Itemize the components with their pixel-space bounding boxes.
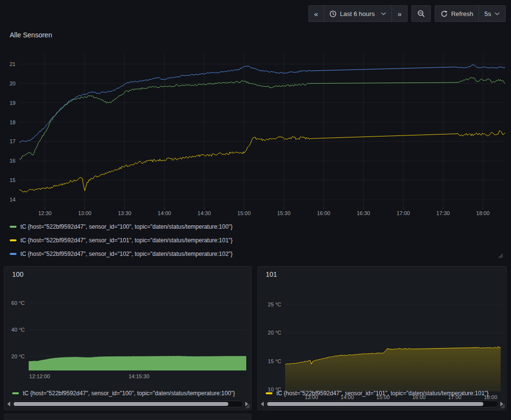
svg-text:14:15:30: 14:15:30: [129, 373, 150, 379]
all-sensors-chart[interactable]: 141516171819202112:3013:0013:3014:0014:3…: [0, 45, 511, 218]
horizontal-scrollbar: [7, 401, 248, 407]
svg-text:21: 21: [10, 61, 16, 67]
scrollbar-thumb[interactable]: [14, 402, 228, 406]
panel-alle-sensoren: Alle Sensoren 141516171819202112:3013:00…: [0, 27, 511, 261]
svg-text:16:00: 16:00: [317, 210, 330, 216]
panel-title-102[interactable]: 102: [12, 418, 23, 420]
legend-label: tC {host="522bf9592d47", sensor_id="102"…: [20, 251, 233, 257]
svg-text:12:12:00: 12:12:00: [29, 373, 50, 379]
legend-label: tC {host="522bf9592d47", sensor_id="101"…: [20, 237, 233, 244]
legend-item-sensor-101[interactable]: tC {host="522bf9592d47", sensor_id="101"…: [266, 389, 503, 397]
time-range-label: Last 6 hours: [340, 10, 375, 17]
zoom-out-button[interactable]: [412, 6, 430, 21]
sensor-101-chart[interactable]: 25 °C20 °C15 °C10 °C13:0014:0015:0016:00…: [258, 281, 506, 403]
svg-text:20: 20: [10, 81, 16, 86]
zoom-out-icon: [417, 10, 425, 17]
svg-text:12:30: 12:30: [38, 210, 52, 216]
legend-color-swatch-blue: [10, 253, 17, 255]
panel-title-alle-sensoren[interactable]: Alle Sensoren: [10, 31, 52, 39]
legend-item-sensor-100[interactable]: tC {host="522bf9592d47", sensor_id="100"…: [12, 389, 248, 397]
legend-label: tC {host="522bf9592d47", sensor_id="100"…: [20, 223, 233, 230]
svg-text:18: 18: [10, 119, 16, 125]
svg-text:16:30: 16:30: [357, 210, 370, 216]
svg-text:15:30: 15:30: [277, 210, 290, 216]
refresh-group: Refresh 5s: [435, 5, 506, 22]
sensor-100-chart[interactable]: 20 °C40 °C60 °C12:12:0014:15:30: [4, 281, 251, 390]
refresh-button[interactable]: Refresh: [435, 6, 479, 21]
legend-item-sensor-102[interactable]: tC {host="522bf9592d47", sensor_id="102"…: [10, 247, 233, 261]
legend-label: tC {host="522bf9592d47", sensor_id="100"…: [23, 390, 235, 397]
panel-100: 100 20 °C40 °C60 °C12:12:0014:15:30 tC {…: [4, 266, 252, 410]
svg-text:13:30: 13:30: [118, 210, 132, 216]
svg-text:13:00: 13:00: [78, 210, 92, 216]
legend-color-swatch-green: [12, 392, 19, 394]
svg-text:20 °C: 20 °C: [268, 330, 281, 336]
sensor-101-legend: tC {host="522bf9592d47", sensor_id="101"…: [266, 389, 503, 397]
svg-text:18:00: 18:00: [476, 210, 490, 216]
time-picker-group: « Last 6 hours »: [308, 5, 408, 22]
legend-item-sensor-101[interactable]: tC {host="522bf9592d47", sensor_id="101"…: [10, 234, 233, 247]
double-chevron-right-icon: »: [397, 10, 401, 17]
time-range-button[interactable]: Last 6 hours: [324, 6, 392, 21]
svg-text:19: 19: [10, 100, 16, 106]
time-shift-back-button[interactable]: «: [309, 6, 324, 21]
svg-text:40 °C: 40 °C: [11, 327, 25, 333]
scroll-left-arrow-icon[interactable]: [7, 402, 10, 406]
legend-label: tC {host="522bf9592d47", sensor_id="101"…: [276, 390, 489, 397]
scrollbar-track[interactable]: [12, 401, 243, 407]
double-chevron-left-icon: «: [314, 10, 318, 17]
scrollbar-track[interactable]: [266, 401, 498, 407]
panel-resize-handle[interactable]: [499, 403, 505, 409]
svg-text:14:30: 14:30: [198, 210, 211, 216]
svg-text:17:30: 17:30: [436, 210, 450, 216]
legend-color-swatch-yellow: [10, 239, 17, 241]
panel-title-101[interactable]: 101: [266, 270, 277, 278]
chevron-down-icon: [381, 12, 386, 16]
svg-text:14: 14: [10, 197, 16, 202]
chevron-down-icon: [494, 12, 500, 16]
svg-text:15 °C: 15 °C: [268, 358, 281, 364]
zoom-out-group: [411, 5, 431, 22]
refresh-interval-label: 5s: [484, 10, 491, 17]
refresh-label: Refresh: [451, 10, 474, 17]
dashboard-toolbar: « Last 6 hours »: [308, 5, 506, 22]
scroll-left-arrow-icon[interactable]: [261, 402, 264, 406]
legend-color-swatch-green: [10, 226, 17, 228]
time-shift-forward-button[interactable]: »: [392, 6, 407, 21]
panel-resize-handle[interactable]: [244, 403, 250, 409]
svg-text:17:00: 17:00: [396, 210, 410, 216]
svg-text:15:00: 15:00: [238, 210, 251, 216]
clock-icon: [329, 10, 337, 17]
svg-text:15: 15: [10, 177, 16, 183]
panel-101: 101 25 °C20 °C15 °C10 °C13:0014:0015:001…: [257, 266, 507, 410]
svg-text:60 °C: 60 °C: [11, 300, 25, 306]
refresh-icon: [441, 10, 448, 17]
svg-text:25 °C: 25 °C: [268, 302, 281, 307]
panel-title-100[interactable]: 100: [12, 270, 23, 278]
svg-text:16: 16: [10, 158, 16, 164]
scrollbar-thumb[interactable]: [267, 402, 483, 406]
sensor-100-legend: tC {host="522bf9592d47", sensor_id="100"…: [12, 389, 248, 397]
panel-102: 102: [4, 414, 252, 420]
refresh-interval-button[interactable]: 5s: [478, 6, 505, 21]
panel-resize-handle[interactable]: [497, 252, 503, 258]
horizontal-scrollbar: [261, 401, 503, 407]
svg-text:14:00: 14:00: [158, 210, 171, 216]
svg-text:20 °C: 20 °C: [11, 353, 25, 359]
svg-text:17: 17: [10, 138, 16, 144]
legend-color-swatch-yellow: [266, 392, 273, 394]
legend-item-sensor-100[interactable]: tC {host="522bf9592d47", sensor_id="100"…: [10, 220, 233, 234]
all-sensors-legend: tC {host="522bf9592d47", sensor_id="100"…: [10, 220, 233, 261]
